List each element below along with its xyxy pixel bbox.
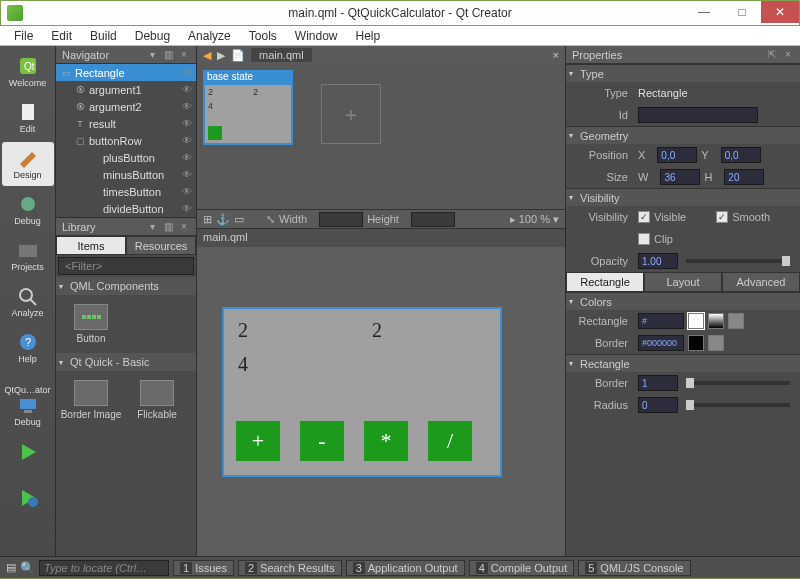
times-button[interactable]: * [364,421,408,461]
output-pane-issues[interactable]: 1Issues [173,560,234,576]
forward-icon[interactable]: ▶ [217,49,225,62]
tree-row-plusbutton[interactable]: plusButton👁 [56,149,196,166]
border-width-input[interactable]: 1 [638,375,678,391]
library-item-button[interactable]: Button [60,299,122,349]
x-input[interactable]: 0,0 [657,147,697,163]
radius-slider[interactable] [686,403,790,407]
panel-toggle-icon[interactable]: ▤ [6,561,16,574]
sidebar-item-run-debug[interactable] [2,476,54,520]
height-input[interactable] [411,212,455,227]
design-canvas[interactable]: 2 2 4 + - * / [197,247,565,556]
height-input[interactable]: 20 [724,169,764,185]
tree-row-argument2[interactable]: ⦿argument2👁 [56,98,196,115]
tree-row-argument1[interactable]: ⦿argument1👁 [56,81,196,98]
menu-help[interactable]: Help [348,28,389,44]
sidebar-item-edit[interactable]: Edit [2,96,54,140]
zoom-value[interactable]: 100 % [519,213,550,225]
library-section-qml-components[interactable]: QML Components [56,277,196,295]
tree-row-buttonrow[interactable]: ▢buttonRow👁 [56,132,196,149]
menu-build[interactable]: Build [82,28,125,44]
section-colors[interactable]: Colors [566,292,800,310]
tab-rectangle[interactable]: Rectangle [566,272,644,292]
tree-row-dividebutton[interactable]: divideButton👁 [56,200,196,217]
close-file-icon[interactable]: × [553,49,559,61]
section-geometry[interactable]: Geometry [566,126,800,144]
visibility-toggle-icon[interactable]: 👁 [182,135,192,146]
snap-icon[interactable]: ⊞ [203,213,212,226]
none-swatch[interactable] [708,335,724,351]
menu-edit[interactable]: Edit [43,28,80,44]
library-section-qtquick-basic[interactable]: Qt Quick - Basic [56,353,196,371]
split-icon[interactable]: ▥ [162,221,174,233]
visibility-toggle-icon[interactable]: 👁 [182,118,192,129]
output-pane-qmljs[interactable]: 5QML/JS Console [578,560,690,576]
opacity-slider[interactable] [686,259,790,263]
library-item-border-image[interactable]: Border Image [60,375,122,425]
id-input[interactable] [638,107,758,123]
minimize-button[interactable]: — [685,1,723,23]
sidebar-item-analyze[interactable]: Analyze [2,280,54,324]
close-panel-icon[interactable]: × [178,49,190,61]
menu-debug[interactable]: Debug [127,28,178,44]
tab-items[interactable]: Items [56,236,126,255]
visibility-toggle-icon[interactable]: 👁 [182,152,192,163]
visibility-toggle-icon[interactable]: 👁 [182,203,192,214]
menu-window[interactable]: Window [287,28,346,44]
close-button[interactable]: ✕ [761,1,799,23]
minus-button[interactable]: - [300,421,344,461]
tree-row-result[interactable]: Tresult👁 [56,115,196,132]
add-state-button[interactable]: ＋ [321,84,381,144]
output-pane-compile[interactable]: 4Compile Output [469,560,575,576]
tree-row-rectangle[interactable]: ▭Rectangle👁 [56,64,196,81]
visibility-toggle-icon[interactable]: 👁 [182,186,192,197]
visible-checkbox[interactable]: ✓ [638,211,650,223]
sidebar-item-debug[interactable]: Debug [2,188,54,232]
section-visibility[interactable]: Visibility [566,188,800,206]
width-input[interactable] [319,212,363,227]
width-input[interactable]: 36 [660,169,700,185]
menu-analyze[interactable]: Analyze [180,28,239,44]
solid-color-swatch[interactable] [688,335,704,351]
section-rectangle[interactable]: Rectangle [566,354,800,372]
sidebar-item-help[interactable]: ? Help [2,326,54,370]
artboard[interactable]: 2 2 4 + - * / [222,307,502,477]
visibility-toggle-icon[interactable]: 👁 [182,67,192,78]
solid-color-swatch[interactable] [688,313,704,329]
section-type[interactable]: Type [566,64,800,82]
library-filter-input[interactable]: <Filter> [58,257,194,275]
close-panel-icon[interactable]: × [782,49,794,61]
split-icon[interactable]: ▥ [162,49,174,61]
visibility-toggle-icon[interactable]: 👁 [182,84,192,95]
clip-checkbox[interactable] [638,233,650,245]
pin-icon[interactable]: ⇱ [766,49,778,61]
chevron-down-icon[interactable]: ▾ [146,221,158,233]
chevron-down-icon[interactable]: ▾ [146,49,158,61]
argument2-text[interactable]: 2 [372,319,382,342]
state-base[interactable]: base state 2 2 4 [203,70,293,145]
anchor-icon[interactable]: ⚓ [216,213,230,226]
tree-row-minusbutton[interactable]: minusButton👁 [56,166,196,183]
tab-resources[interactable]: Resources [126,236,196,255]
rectangle-color-input[interactable]: # [638,313,684,329]
tab-advanced[interactable]: Advanced [722,272,800,292]
sidebar-item-project-selector[interactable]: QtQu…ator Debug [2,384,54,428]
resize-icon[interactable]: ⤡ [266,213,275,226]
maximize-button[interactable]: □ [723,1,761,23]
transparent-swatch[interactable] [728,313,744,329]
plus-button[interactable]: + [236,421,280,461]
output-pane-appoutput[interactable]: 3Application Output [346,560,465,576]
bounds-icon[interactable]: ▭ [234,213,244,226]
menu-tools[interactable]: Tools [241,28,285,44]
sidebar-item-design[interactable]: Design [2,142,54,186]
library-item-flickable[interactable]: Flickable [126,375,188,425]
output-pane-search[interactable]: 2Search Results [238,560,342,576]
radius-input[interactable]: 0 [638,397,678,413]
argument1-text[interactable]: 2 [238,319,248,342]
sidebar-item-welcome[interactable]: Qt Welcome [2,50,54,94]
y-input[interactable]: 0,0 [721,147,761,163]
gradient-swatch[interactable] [708,313,724,329]
visibility-toggle-icon[interactable]: 👁 [182,169,192,180]
close-panel-icon[interactable]: × [178,221,190,233]
locator-input[interactable]: Type to locate (Ctrl… [39,560,169,576]
tab-layout[interactable]: Layout [644,272,722,292]
